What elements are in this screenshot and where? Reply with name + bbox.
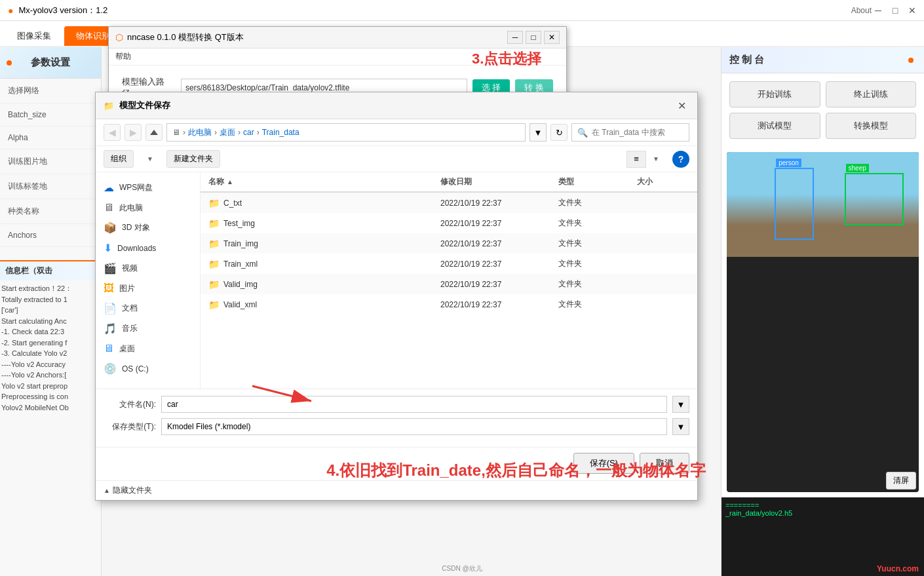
- desktop-label: 桌面: [119, 343, 135, 355]
- sidebar-downloads[interactable]: ⬇ Downloads: [96, 238, 200, 258]
- nncase-controls: ─ □ ✕: [507, 31, 560, 44]
- sidebar-item-train-label[interactable]: 训练标签地: [0, 174, 101, 199]
- breadcrumb-desktop[interactable]: 桌面: [220, 127, 235, 138]
- view-mode-button[interactable]: ≡: [626, 151, 646, 168]
- pc-label: 此电脑: [119, 202, 143, 214]
- sidebar-item-anchors[interactable]: Anchors: [0, 224, 101, 247]
- nav-forward-button[interactable]: ▶: [125, 124, 142, 141]
- nav-refresh-button[interactable]: ↻: [550, 124, 568, 141]
- start-train-button[interactable]: 开始训练: [729, 81, 820, 107]
- cancel-button[interactable]: 取消: [640, 453, 689, 474]
- file-row-validimg[interactable]: 📁 Valid_img 2022/10/19 22:37 文件夹: [201, 274, 697, 294]
- info-line-4: -1. Check data 22:3: [1, 326, 100, 337]
- file-name-validxml: 📁 Valid_xml: [208, 299, 440, 310]
- svg-marker-0: [150, 130, 158, 135]
- help-button[interactable]: ?: [672, 151, 689, 168]
- info-line-8: ----Yolo v2 Anchors:[: [1, 370, 100, 381]
- search-input[interactable]: [592, 128, 683, 137]
- nav-up-button[interactable]: [145, 124, 163, 141]
- filesave-sidebar: ☁ WPS网盘 🖥 此电脑 📦 3D 对象 ⬇ Downloads 🎬: [96, 172, 201, 389]
- file-name-trainxml: 📁 Train_xml: [208, 259, 440, 269]
- folder-icon: 📁: [208, 279, 220, 290]
- folder-icon: 📁: [208, 239, 220, 249]
- wps-label: WPS网盘: [119, 182, 153, 193]
- sidebar-item-batchsize[interactable]: Batch_size: [0, 104, 101, 126]
- organize-button[interactable]: 组织: [104, 150, 134, 168]
- sidebar: 参数设置 选择网络 Batch_size Alpha 训练图片地 训练标签地 种…: [0, 47, 102, 576]
- breadcrumb: 🖥 › 此电脑 › 桌面 › car › Train_data: [166, 123, 526, 142]
- sidebar-3d[interactable]: 📦 3D 对象: [96, 218, 200, 238]
- bbox-sheep-label: sheep: [846, 164, 869, 172]
- sidebar-pictures[interactable]: 🖼 图片: [96, 278, 200, 298]
- sidebar-desktop[interactable]: 🖥 桌面: [96, 339, 200, 358]
- sidebar-music[interactable]: 🎵 音乐: [96, 318, 200, 339]
- info-line-6: -3. Calculate Yolo v2: [1, 348, 100, 359]
- filename-dropdown-button[interactable]: ▼: [672, 396, 689, 413]
- file-row-validxml[interactable]: 📁 Valid_xml 2022/10/19 22:37 文件夹: [201, 294, 697, 315]
- info-line-2: ['car']: [1, 305, 100, 316]
- breadcrumb-pc-icon: 🖥: [172, 128, 180, 137]
- stop-train-button[interactable]: 终止训练: [826, 81, 917, 107]
- nncase-menu[interactable]: 帮助: [109, 48, 566, 66]
- sidebar-thispc[interactable]: 🖥 此电脑: [96, 198, 200, 218]
- clear-screen-button[interactable]: 清屏: [886, 472, 916, 490]
- music-label: 音乐: [122, 323, 138, 334]
- about-link[interactable]: About: [851, 6, 872, 15]
- new-folder-button[interactable]: 新建文件夹: [166, 150, 220, 168]
- file-row-trainxml[interactable]: 📁 Train_xml 2022/10/19 22:37 文件夹: [201, 254, 697, 274]
- view-dropdown-icon[interactable]: ▼: [647, 151, 664, 168]
- sidebar-item-label: Anchors: [8, 231, 37, 240]
- bbox-person-label: person: [776, 159, 801, 167]
- sidebar-wps[interactable]: ☁ WPS网盘: [96, 178, 200, 198]
- col-name[interactable]: 名称 ▲: [208, 176, 440, 187]
- hidden-files-toggle[interactable]: ▲ 隐藏文件夹: [96, 480, 697, 500]
- pc-icon: 🖥: [104, 202, 114, 214]
- nncase-close[interactable]: ✕: [544, 31, 560, 44]
- test-model-button[interactable]: 测试模型: [729, 113, 820, 139]
- breadcrumb-car[interactable]: car: [243, 128, 254, 137]
- info-line-7: ----Yolo v2 Accuracy: [1, 359, 100, 370]
- file-name-validimg: 📁 Valid_img: [208, 279, 440, 290]
- filesave-bottom: 文件名(N): ▼ 保存类型(T): ▼: [96, 389, 697, 447]
- downloads-label: Downloads: [117, 244, 156, 253]
- nncase-maximize[interactable]: □: [526, 31, 541, 44]
- convert-model-button[interactable]: 转换模型: [826, 113, 917, 139]
- save-button[interactable]: 保存(S): [573, 453, 634, 474]
- sidebar-osc[interactable]: 💿 OS (C:): [96, 358, 200, 379]
- breadcrumb-dropdown-button[interactable]: ▼: [529, 123, 547, 142]
- info-text: Start extraction！22： Totally extracted t…: [0, 280, 101, 412]
- filesave-dialog[interactable]: 📁 模型文件保存 ✕ ◀ ▶ 🖥 › 此电脑 › 桌面 › car › Trai…: [95, 92, 698, 501]
- terminal-line-2: _rain_data/yolov2.h5: [725, 509, 920, 517]
- breadcrumb-traindata[interactable]: Train_data: [262, 128, 299, 137]
- 3d-icon: 📦: [104, 221, 117, 234]
- col-size: 大小: [637, 176, 689, 187]
- csdn-watermark: CSDN @欣儿: [442, 564, 482, 573]
- toggle-arrow-icon: ▲: [104, 487, 110, 494]
- minimize-button[interactable]: ─: [872, 4, 885, 17]
- filesave-close-button[interactable]: ✕: [674, 98, 689, 113]
- sidebar-item-network[interactable]: 选择网络: [0, 79, 101, 104]
- nncase-title: nncase 0.1.0 模型转换 QT版本: [127, 31, 507, 43]
- view-controls: ≡ ▼: [626, 151, 664, 168]
- nncase-minimize[interactable]: ─: [507, 31, 523, 44]
- file-row-ctxt[interactable]: 📁 C_txt 2022/10/19 22:37 文件夹: [201, 193, 697, 213]
- nav-back-button[interactable]: ◀: [104, 124, 121, 141]
- filetype-input: [161, 418, 667, 435]
- tab-image-capture[interactable]: 图像采集: [5, 26, 63, 46]
- sidebar-item-classname[interactable]: 种类名称: [0, 199, 101, 224]
- sidebar-video[interactable]: 🎬 视频: [96, 258, 200, 278]
- file-row-testimg[interactable]: 📁 Test_img 2022/10/19 22:37 文件夹: [201, 213, 697, 233]
- sidebar-item-label: Alpha: [8, 133, 28, 142]
- filename-input[interactable]: [161, 396, 667, 413]
- file-row-trainimg[interactable]: 📁 Train_img 2022/10/19 22:37 文件夹: [201, 233, 697, 254]
- maximize-button[interactable]: □: [889, 4, 902, 17]
- sidebar-item-alpha[interactable]: Alpha: [0, 126, 101, 149]
- organize-dropdown-icon[interactable]: ▼: [142, 151, 159, 168]
- osc-label: OS (C:): [122, 364, 149, 374]
- sidebar-item-train-img[interactable]: 训练图片地: [0, 149, 101, 174]
- breadcrumb-this-pc[interactable]: 此电脑: [188, 127, 212, 138]
- sidebar-docs[interactable]: 📄 文档: [96, 298, 200, 318]
- preview-scene: person sheep: [727, 152, 919, 257]
- close-button[interactable]: ✕: [906, 4, 919, 17]
- filetype-dropdown-button[interactable]: ▼: [672, 418, 689, 435]
